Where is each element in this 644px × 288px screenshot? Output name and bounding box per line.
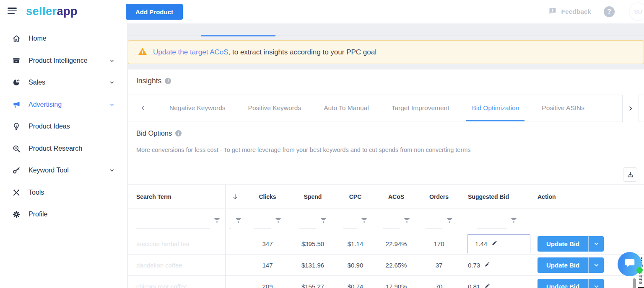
update-bid-button[interactable]: Update Bid — [538, 279, 588, 288]
filter-icon[interactable] — [404, 217, 410, 225]
clicks-value: 347 — [245, 233, 290, 254]
info-icon[interactable]: i — [175, 130, 182, 136]
filter-icon[interactable] — [361, 217, 367, 225]
filter-input[interactable] — [343, 229, 357, 229]
filter-cell-clicks — [245, 209, 290, 233]
spend-value: $155.27 — [290, 276, 335, 288]
filter-cell-acos — [375, 209, 417, 233]
tabs-scroll-right-icon[interactable] — [622, 95, 639, 122]
suggested-bid-cell: 0.73 — [461, 255, 532, 275]
tabs-scroll-left-icon[interactable] — [128, 95, 158, 121]
filter-input[interactable] — [136, 229, 210, 229]
update-bid-split-button[interactable]: Update Bid — [538, 279, 604, 288]
filter-icon[interactable] — [511, 217, 517, 225]
insights-card: Insights i Negative Keywords Positive Ke… — [128, 69, 644, 288]
suggested-bid-value: 1.44 — [475, 240, 487, 247]
spend-value: $131.96 — [290, 255, 335, 275]
filter-input[interactable] — [254, 229, 271, 229]
bid-optimization-table: Search Term Clicks Spend CPC ACoS Orders… — [128, 184, 644, 288]
tab-negative-keywords[interactable]: Negative Keywords — [158, 95, 237, 121]
chevron-down-icon — [109, 58, 114, 63]
cpc-value: $0.90 — [335, 255, 375, 275]
update-bid-dropdown-icon[interactable] — [588, 257, 604, 273]
feedback-button[interactable]: Feedback — [548, 0, 591, 23]
sidebar-item-sales[interactable]: Sales — [0, 72, 127, 94]
bid-options-header: Bid Options i — [136, 129, 182, 137]
sidebar-item-tools[interactable]: Tools — [0, 182, 127, 204]
search-term-value: teeccino herbal tea — [128, 233, 226, 254]
info-icon[interactable]: i — [165, 78, 171, 84]
update-bid-split-button[interactable]: Update Bid — [538, 236, 604, 252]
col-header-spend[interactable]: Spend — [290, 185, 335, 208]
update-bid-dropdown-icon[interactable] — [588, 236, 604, 252]
acos-value: 22.94% — [375, 233, 417, 254]
sidebar-item-product-intelligence[interactable]: Product Intelligence — [0, 50, 127, 72]
update-bid-button[interactable]: Update Bid — [538, 236, 588, 252]
sidebar-item-label: Sales — [29, 79, 109, 86]
col-header-search-term[interactable]: Search Term — [128, 185, 226, 208]
col-header-orders[interactable]: Orders — [417, 185, 461, 208]
menu-icon[interactable] — [8, 8, 17, 16]
filter-input[interactable] — [477, 229, 506, 229]
chat-bubble-icon — [623, 257, 636, 271]
sidebar-item-advertising[interactable]: Advertising — [0, 94, 127, 116]
tab-positive-keywords[interactable]: Positive Keywords — [237, 95, 313, 121]
update-target-acos-link[interactable]: Update the target ACoS — [153, 48, 229, 56]
update-bid-split-button[interactable]: Update Bid — [538, 257, 604, 273]
edit-pencil-icon[interactable] — [491, 240, 498, 247]
sidebar-item-profile[interactable]: Profile — [0, 203, 127, 226]
filter-icon[interactable] — [214, 217, 220, 225]
sort-descending-icon[interactable] — [226, 185, 245, 208]
sidebar-item-label: Profile — [29, 211, 127, 218]
search-term-value: chicory root coffee — [128, 276, 226, 288]
help-icon[interactable]: ? — [604, 6, 615, 17]
tab-auto-to-manual[interactable]: Auto To Manual — [312, 95, 380, 121]
filter-input[interactable] — [426, 229, 442, 229]
filter-icon[interactable] — [275, 217, 281, 225]
filter-icon[interactable] — [447, 217, 453, 225]
tab-bid-optimization[interactable]: Bid Optimization — [460, 95, 530, 121]
tab-positive-asins[interactable]: Positive ASINs — [530, 95, 596, 121]
sidebar-item-product-research[interactable]: Product Research — [0, 138, 127, 160]
chevron-down-icon — [109, 80, 114, 85]
bid-options-title: Bid Options — [136, 129, 172, 137]
table-header-row: Search Term Clicks Spend CPC ACoS Orders… — [128, 185, 644, 208]
filter-cell-suggested-bid — [461, 209, 532, 233]
edit-pencil-icon[interactable] — [484, 283, 491, 288]
update-bid-dropdown-icon[interactable] — [588, 279, 604, 288]
product-box-icon — [12, 56, 21, 65]
action-cell: Update Bid — [532, 233, 644, 254]
suggested-bid-selected-box[interactable]: 1.44 — [467, 234, 530, 253]
col-header-acos[interactable]: ACoS — [375, 185, 417, 208]
add-product-button[interactable]: Add Product — [126, 4, 183, 20]
filter-input[interactable] — [229, 229, 231, 229]
edit-pencil-icon[interactable] — [484, 261, 491, 269]
suggested-bid-cell: 1.44 — [461, 233, 532, 254]
insights-tabs: Negative Keywords Positive Keywords Auto… — [128, 95, 644, 121]
acos-value: 22.65% — [375, 255, 417, 275]
tab-target-improvement[interactable]: Target Improvement — [380, 95, 461, 121]
col-header-clicks[interactable]: Clicks — [245, 185, 290, 208]
filter-icon[interactable] — [235, 217, 242, 225]
table-row: dandelion coffee 147 $131.96 $0.90 22.65… — [128, 255, 644, 276]
vertical-scrollbar[interactable] — [633, 278, 636, 288]
sidebar-item-product-ideas[interactable]: Product Ideas — [0, 116, 127, 138]
filter-input[interactable] — [383, 229, 400, 229]
chat-widget-button[interactable] — [618, 252, 642, 276]
avatar[interactable]: SU — [629, 3, 644, 21]
top-tab-active-indicator — [201, 35, 275, 36]
filter-input[interactable] — [299, 229, 316, 229]
filter-icon[interactable] — [320, 217, 327, 225]
col-header-suggested-bid[interactable]: Suggested Bid — [461, 185, 532, 208]
export-download-button[interactable] — [623, 167, 637, 182]
search-term-value: dandelion coffee — [128, 255, 226, 275]
col-header-cpc[interactable]: CPC — [335, 185, 375, 208]
sort-cell — [226, 276, 245, 288]
clicks-value: 209 — [245, 276, 290, 288]
update-bid-button[interactable]: Update Bid — [538, 257, 588, 273]
sidebar-item-keyword-tool[interactable]: Keyword Tool — [0, 159, 127, 182]
sidebar-item-home[interactable]: Home — [0, 28, 127, 50]
key-icon — [12, 166, 21, 175]
spend-value: $395.50 — [290, 233, 335, 254]
sellerapp-logo[interactable]: sellerapp — [26, 5, 78, 18]
